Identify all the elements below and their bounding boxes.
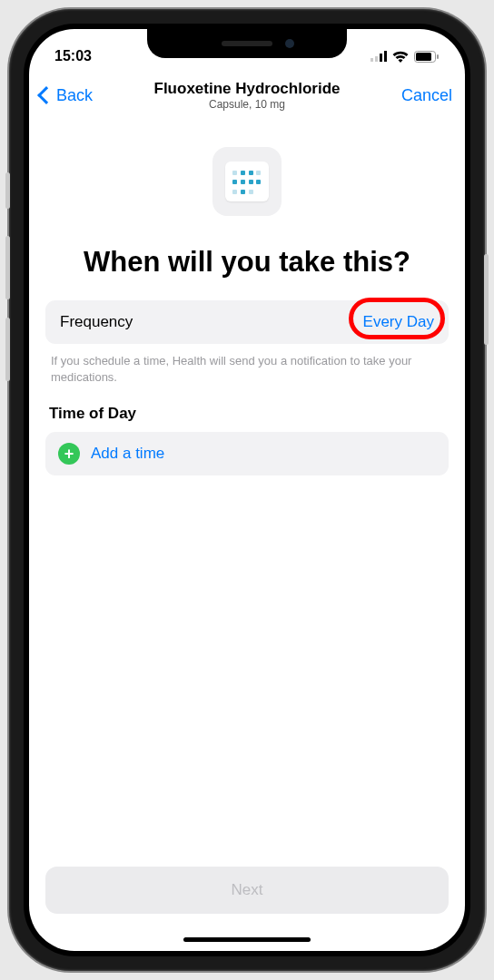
frequency-label: Frequency — [60, 313, 133, 331]
svg-rect-0 — [370, 58, 373, 62]
add-time-button[interactable]: + Add a time — [45, 432, 449, 475]
next-button[interactable]: Next — [45, 867, 449, 914]
back-button[interactable]: Back — [35, 86, 93, 105]
svg-rect-6 — [437, 54, 439, 59]
device-notch — [147, 29, 347, 58]
cellular-icon — [370, 51, 387, 62]
time-of-day-label: Time of Day — [49, 405, 445, 423]
svg-rect-3 — [384, 51, 387, 62]
nav-title-block: Fluoxetine Hydrochloride Capsule, 10 mg — [93, 80, 401, 111]
home-indicator[interactable] — [183, 937, 311, 942]
back-label: Back — [56, 86, 93, 105]
plus-icon: + — [58, 443, 80, 465]
page-subtitle: Capsule, 10 mg — [93, 98, 401, 111]
calendar-icon — [225, 162, 269, 201]
wifi-icon — [392, 51, 409, 63]
schedule-illustration — [212, 147, 282, 216]
svg-rect-5 — [416, 53, 431, 61]
add-time-label: Add a time — [91, 445, 164, 463]
frequency-row[interactable]: Frequency Every Day — [45, 300, 449, 344]
nav-bar: Back Fluoxetine Hydrochloride Capsule, 1… — [29, 73, 465, 118]
helper-text: If you schedule a time, Health will send… — [51, 353, 443, 385]
battery-icon — [414, 51, 440, 63]
status-time: 15:03 — [54, 48, 92, 64]
frequency-value: Every Day — [363, 313, 434, 331]
svg-rect-1 — [375, 56, 378, 62]
chevron-left-icon — [37, 86, 55, 104]
page-title: Fluoxetine Hydrochloride — [93, 80, 401, 98]
main-heading: When will you take this? — [64, 245, 430, 279]
svg-rect-2 — [380, 54, 382, 62]
cancel-button[interactable]: Cancel — [401, 86, 452, 105]
